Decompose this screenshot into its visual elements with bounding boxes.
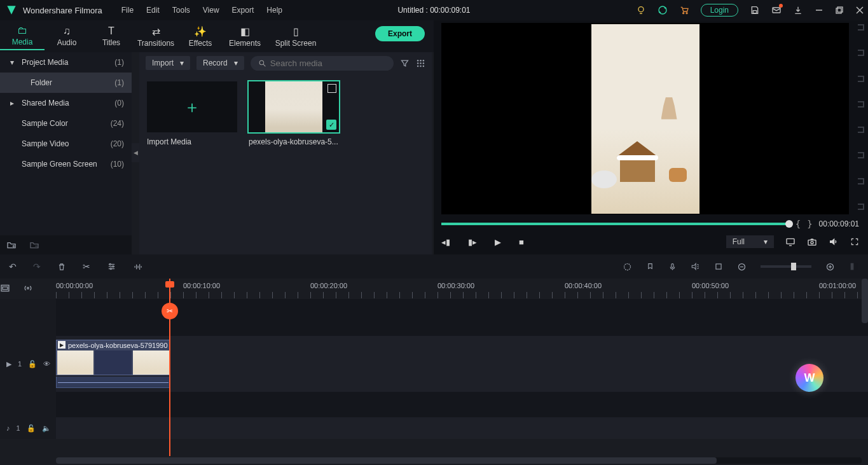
play-icon[interactable]: ▶ [495, 237, 501, 247]
fullscreen-icon[interactable] [850, 237, 859, 246]
stop-icon[interactable]: ■ [519, 237, 524, 247]
sidebar-sample-video[interactable]: Sample Video (20) [0, 134, 132, 154]
visibility-icon[interactable]: 👁 [43, 360, 50, 368]
mark-out-icon[interactable]: } [807, 219, 812, 229]
video-track-body[interactable]: ▶ pexels-olya-kobruseva-5791990 [56, 336, 868, 392]
tab-media[interactable]: 🗀 Media [0, 22, 45, 50]
tab-audio[interactable]: ♫ Audio [45, 23, 89, 50]
crop-icon[interactable] [714, 262, 723, 271]
timeline-ruler[interactable]: 00:00:00:00 00:00:10:00 00:00:20:00 00:0… [56, 282, 862, 298]
timeline-horizontal-scrollbar[interactable] [56, 457, 862, 464]
window-maximize[interactable] [835, 6, 844, 15]
tips-icon[interactable] [636, 5, 646, 15]
quality-select[interactable]: Full ▾ [726, 235, 774, 248]
search-input[interactable] [270, 59, 386, 68]
zoom-slider[interactable] [761, 265, 811, 268]
manage-tracks-icon[interactable] [0, 284, 23, 293]
library-sidebar: ▾ Project Media (1) Folder (1) ▸ Shared … [0, 52, 132, 254]
zoom-in-icon[interactable] [825, 262, 835, 272]
audio-mixer-icon[interactable] [691, 262, 700, 271]
import-dropdown[interactable]: Import ▾ [146, 56, 190, 70]
zoom-fit-icon[interactable] [849, 261, 859, 272]
tab-transitions[interactable]: ⇄ Transitions [134, 23, 178, 50]
sidebar-label: Folder [31, 78, 114, 87]
step-back-icon[interactable]: ◂▮ [441, 237, 450, 247]
menu-view[interactable]: View [203, 6, 219, 15]
menu-help[interactable]: Help [266, 6, 282, 15]
tab-label: Elements [229, 39, 261, 48]
sidebar-folder[interactable]: Folder (1) [0, 73, 132, 93]
adjustments-icon[interactable] [107, 262, 116, 271]
export-button[interactable]: Export [375, 26, 425, 41]
redo-icon[interactable]: ↷ [33, 261, 41, 272]
login-button[interactable]: Login [701, 4, 738, 17]
media-clip-tile[interactable]: ✓ pexels-olya-kobruseva-5... [249, 81, 339, 146]
media-bin: Import ▾ Record ▾ ＋ Import Media [139, 52, 432, 254]
menu-export[interactable]: Export [232, 6, 254, 15]
svg-point-30 [110, 268, 111, 269]
sidebar-label: Sample Green Screen [22, 160, 111, 169]
svg-rect-37 [672, 263, 673, 267]
clip-audio-strip[interactable] [56, 377, 170, 388]
window-close[interactable] [855, 6, 864, 15]
record-dropdown[interactable]: Record ▾ [196, 56, 244, 70]
tab-split-screen[interactable]: ▯ Split Screen [267, 23, 324, 50]
scrollbar-thumb[interactable] [56, 457, 717, 464]
auto-ripple-icon[interactable] [23, 284, 46, 293]
tab-elements[interactable]: ◧ Elements [223, 23, 267, 50]
tab-effects[interactable]: ✨ Effects [178, 23, 223, 50]
lock-icon[interactable]: 🔓 [27, 424, 36, 433]
timeline-vertical-scrollbar[interactable] [862, 279, 868, 323]
sidebar-sample-green-screen[interactable]: Sample Green Screen (10) [0, 154, 132, 174]
scrub-track[interactable] [441, 223, 789, 225]
search-box[interactable] [251, 56, 394, 71]
ruler-timecode: 00:00:30:00 [437, 282, 474, 289]
playhead-scissors-icon[interactable]: ✂ [162, 303, 178, 319]
sidebar-label: Project Media [22, 58, 114, 67]
sidebar-sample-color[interactable]: Sample Color (24) [0, 113, 132, 134]
cart-icon[interactable] [679, 5, 689, 15]
svg-point-18 [423, 62, 425, 64]
menu-edit[interactable]: Edit [146, 6, 160, 15]
grid-view-icon[interactable] [416, 59, 425, 68]
message-icon[interactable] [771, 5, 782, 15]
render-preview-icon[interactable] [623, 262, 632, 272]
sidebar-shared-media[interactable]: ▸ Shared Media (0) [0, 93, 132, 113]
window-minimize[interactable] [815, 6, 823, 15]
save-icon[interactable] [750, 5, 760, 15]
display-icon[interactable] [785, 237, 796, 246]
delete-folder-icon[interactable] [29, 240, 39, 249]
scrub-timecode: 00:00:09:01 [819, 219, 859, 228]
preview-canvas[interactable] [441, 23, 849, 214]
sidebar-collapse-handle[interactable]: ◀ [132, 143, 139, 162]
playhead[interactable]: ✂ [169, 279, 170, 456]
step-forward-icon[interactable]: ▮▸ [468, 237, 477, 247]
volume-icon[interactable] [829, 237, 839, 246]
sidebar-project-media[interactable]: ▾ Project Media (1) [0, 52, 132, 73]
timeline-clip[interactable]: ▶ pexels-olya-kobruseva-5791990 [56, 340, 170, 375]
lock-icon[interactable]: 🔓 [28, 360, 37, 368]
audio-track-body[interactable] [56, 417, 868, 439]
import-media-tile[interactable]: ＋ Import Media [147, 81, 237, 146]
delete-icon[interactable] [57, 262, 66, 272]
mark-in-icon[interactable]: { [796, 219, 801, 229]
video-track-icon: ▶ [6, 360, 11, 368]
mute-icon[interactable]: 🔈 [42, 424, 51, 433]
zoom-slider-handle[interactable] [791, 263, 796, 270]
new-folder-icon[interactable] [6, 240, 17, 249]
marker-icon[interactable] [646, 262, 654, 272]
aspect-guide-marks [853, 24, 864, 210]
scrub-handle[interactable] [785, 220, 793, 228]
voiceover-icon[interactable] [668, 262, 677, 272]
filter-icon[interactable] [400, 59, 410, 68]
snapshot-icon[interactable] [807, 237, 817, 246]
undo-icon[interactable]: ↶ [9, 261, 17, 272]
menu-tools[interactable]: Tools [172, 6, 190, 15]
download-icon[interactable] [793, 5, 803, 15]
zoom-out-icon[interactable] [737, 262, 747, 272]
audio-adjust-icon[interactable] [133, 262, 142, 272]
split-icon[interactable]: ✂ [83, 261, 90, 272]
support-icon[interactable] [658, 5, 668, 15]
tab-titles[interactable]: T Titles [89, 23, 134, 50]
menu-file[interactable]: File [121, 6, 134, 15]
